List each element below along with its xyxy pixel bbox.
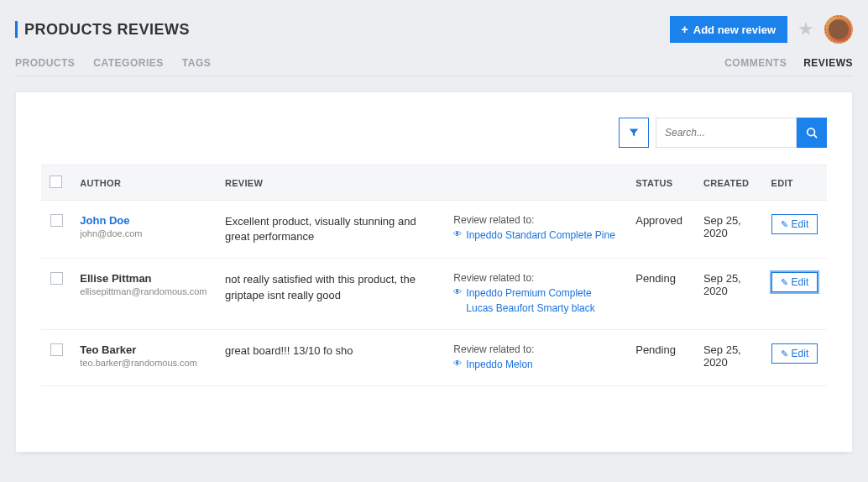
author-name[interactable]: John Doe (80, 214, 208, 227)
related-product-name: Inpeddo Premium Complete Lucas Beaufort … (466, 286, 619, 316)
status-text: Approved (635, 214, 687, 227)
reviews-panel: AUTHOR REVIEW STATUS CREATED EDIT John D… (15, 92, 853, 453)
search-input[interactable] (656, 118, 797, 148)
pencil-icon: ✎ (781, 219, 788, 230)
row-checkbox[interactable] (50, 214, 63, 227)
tab-reviews[interactable]: REVIEWS (803, 57, 853, 69)
favorite-star-icon[interactable]: ★ (797, 18, 814, 40)
edit-button[interactable]: ✎Edit (771, 214, 818, 234)
tab-tags[interactable]: TAGS (182, 57, 211, 69)
table-row: Teo Barkerteo.barker@randomous.comgreat … (41, 330, 827, 386)
tab-products[interactable]: PRODUCTS (15, 57, 75, 69)
title-accent-bar (15, 21, 18, 38)
review-text: great board!!! 13/10 fo sho (225, 343, 437, 359)
review-text: Excellent product, visually stunning and… (225, 214, 437, 244)
page-title: PRODUCTS REVIEWS (24, 21, 190, 39)
related-product-link[interactable]: 👁Inpeddo Premium Complete Lucas Beaufort… (453, 286, 619, 316)
select-all-checkbox[interactable] (50, 176, 62, 188)
plus-icon: + (682, 23, 688, 36)
created-date: Sep 25, 2020 (703, 272, 755, 297)
search-icon (806, 127, 818, 139)
reviews-table: AUTHOR REVIEW STATUS CREATED EDIT John D… (41, 165, 827, 386)
add-review-label: Add new review (693, 24, 776, 36)
svg-point-0 (808, 128, 815, 136)
related-product-name: Inpeddo Melon (466, 357, 532, 372)
status-text: Pending (635, 272, 687, 285)
left-nav: PRODUCTS CATEGORIES TAGS (15, 57, 211, 69)
eye-icon: 👁 (453, 357, 462, 372)
author-email: john@doe.com (80, 228, 208, 238)
search-button[interactable] (797, 118, 827, 148)
tab-categories[interactable]: CATEGORIES (93, 57, 163, 69)
review-text: not really satisfied with this product, … (225, 272, 437, 302)
edit-label: Edit (792, 218, 809, 230)
author-email: teo.barker@randomous.com (80, 358, 208, 368)
created-date: Sep 25, 2020 (703, 343, 755, 369)
row-checkbox[interactable] (50, 272, 63, 285)
author-name: Teo Barker (80, 343, 208, 356)
pencil-icon: ✎ (781, 277, 788, 288)
related-label: Review related to: (453, 343, 619, 355)
status-text: Pending (635, 343, 687, 356)
filter-button[interactable] (619, 118, 649, 148)
related-label: Review related to: (453, 214, 619, 226)
related-product-name: Inpeddo Standard Complete Pine (466, 228, 614, 243)
author-email: ellisepittman@randomous.com (80, 286, 208, 296)
header-edit: EDIT (763, 165, 827, 201)
related-product-link[interactable]: 👁Inpeddo Standard Complete Pine (453, 228, 619, 243)
pencil-icon: ✎ (781, 348, 788, 359)
header-author: AUTHOR (71, 165, 217, 201)
funnel-icon (629, 128, 639, 138)
svg-line-1 (814, 135, 818, 139)
right-nav: COMMENTS REVIEWS (724, 57, 853, 69)
row-checkbox[interactable] (50, 343, 63, 356)
header-review: REVIEW (217, 165, 445, 201)
related-product-link[interactable]: 👁Inpeddo Melon (453, 357, 619, 372)
edit-label: Edit (792, 348, 809, 359)
table-row: John Doejohn@doe.comExcellent product, v… (41, 201, 827, 259)
eye-icon: 👁 (453, 286, 462, 316)
eye-icon: 👁 (453, 228, 462, 243)
header-status: STATUS (627, 165, 695, 201)
user-avatar[interactable] (824, 15, 853, 44)
table-row: Ellise Pittmanellisepittman@randomous.co… (41, 259, 827, 330)
author-name: Ellise Pittman (80, 272, 208, 285)
add-review-button[interactable]: + Add new review (670, 16, 787, 43)
related-label: Review related to: (453, 272, 619, 284)
edit-button[interactable]: ✎Edit (771, 272, 818, 292)
created-date: Sep 25, 2020 (703, 214, 755, 239)
edit-button[interactable]: ✎Edit (771, 343, 818, 364)
tab-comments[interactable]: COMMENTS (724, 57, 787, 69)
edit-label: Edit (792, 276, 809, 288)
header-created: CREATED (695, 165, 763, 201)
